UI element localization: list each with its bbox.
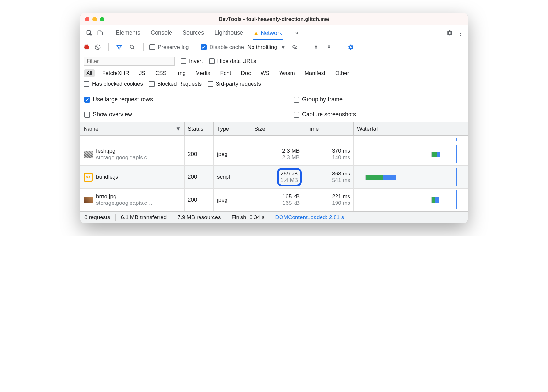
third-party-label: 3rd-party requests (216, 81, 261, 87)
filters-panel: Invert Hide data URLs AllFetch/XHRJSCSSI… (80, 54, 468, 92)
blocked-requests-label: Blocked Requests (157, 81, 202, 87)
large-rows-toggle[interactable]: Use large request rows (84, 96, 153, 103)
panel-tabs-row: Elements Console Sources Lighthouse ▲ Ne… (80, 25, 468, 40)
device-toolbar-icon[interactable] (95, 28, 105, 38)
filter-chip-js[interactable]: JS (136, 69, 148, 77)
image-thumbnail-icon (84, 151, 93, 158)
size-highlight: 269 kB1.4 MB (277, 168, 302, 186)
third-party-toggle[interactable]: 3rd-party requests (208, 81, 261, 87)
throttling-select[interactable]: No throttling ▼ (247, 44, 286, 50)
script-icon: <> (84, 173, 93, 182)
hide-data-urls-toggle[interactable]: Hide data URLs (209, 58, 256, 64)
col-name[interactable]: Name▼ (80, 122, 185, 135)
filter-chip-css[interactable]: CSS (153, 69, 169, 77)
filter-chip-fetchxhr[interactable]: Fetch/XHR (100, 69, 132, 77)
status-transferred: 6.1 MB transferred (121, 214, 167, 221)
show-overview-toggle[interactable]: Show overview (84, 111, 132, 118)
tab-elements[interactable]: Elements (115, 26, 141, 39)
filter-chip-media[interactable]: Media (193, 69, 213, 77)
filter-chip-ws[interactable]: WS (258, 69, 272, 77)
record-button[interactable] (84, 44, 89, 50)
row-name: bundle.js (96, 174, 118, 180)
throttling-value: No throttling (247, 44, 277, 50)
row-type: jpeg (217, 151, 248, 158)
has-blocked-label: Has blocked cookies (92, 81, 143, 87)
group-by-frame-label: Group by frame (302, 96, 343, 103)
hide-data-urls-label: Hide data URLs (217, 58, 256, 64)
tab-sources[interactable]: Sources (182, 26, 205, 39)
titlebar: DevTools - foul-heavenly-direction.glitc… (80, 13, 468, 25)
col-status[interactable]: Status (185, 122, 214, 135)
filter-input[interactable] (84, 57, 175, 66)
invert-toggle[interactable]: Invert (181, 58, 203, 64)
row-time: 370 ms140 ms (303, 143, 354, 165)
filter-chip-img[interactable]: Img (174, 69, 188, 77)
image-thumbnail-icon (84, 197, 93, 203)
row-type: script (217, 174, 248, 180)
chevron-down-icon: ▼ (281, 44, 286, 50)
tab-lighthouse[interactable]: Lighthouse (214, 26, 244, 39)
blocked-requests-toggle[interactable]: Blocked Requests (149, 81, 202, 87)
table-row[interactable]: <>bundle.js 200 script 269 kB1.4 MB 868 … (80, 166, 468, 189)
disable-cache-toggle[interactable]: Disable cache (201, 44, 244, 50)
col-size[interactable]: Size (251, 122, 303, 135)
table-header: Name▼ Status Type Size Time Waterfall (80, 122, 468, 136)
row-size: 2.3 MB2.3 MB (251, 143, 303, 165)
network-options: Use large request rows Group by frame Sh… (80, 92, 468, 122)
disable-cache-label: Disable cache (209, 44, 244, 50)
upload-har-icon[interactable] (311, 42, 321, 52)
status-resources: 7.9 MB resources (177, 214, 221, 221)
kebab-menu-icon[interactable]: ⋮ (456, 28, 466, 38)
network-conditions-icon[interactable] (289, 42, 299, 52)
svg-point-4 (130, 45, 133, 48)
table-row[interactable] (80, 136, 468, 143)
filter-chip-font[interactable]: Font (218, 69, 234, 77)
large-rows-label: Use large request rows (93, 96, 153, 103)
table-row[interactable]: brrto.jpgstorage.googleapis.c… 200 jpeg … (80, 189, 468, 211)
row-waterfall (354, 166, 468, 188)
minimize-window-button[interactable] (92, 17, 97, 21)
zoom-window-button[interactable] (100, 17, 104, 21)
filter-chip-other[interactable]: Other (333, 69, 352, 77)
filter-chip-all[interactable]: All (84, 69, 95, 77)
tab-console[interactable]: Console (150, 26, 173, 39)
has-blocked-cookies-toggle[interactable]: Has blocked cookies (84, 81, 143, 87)
filter-chip-doc[interactable]: Doc (239, 69, 253, 77)
row-domain: storage.googleapis.c… (96, 200, 153, 206)
row-waterfall (354, 189, 468, 211)
capture-screenshots-label: Capture screenshots (302, 111, 356, 118)
download-har-icon[interactable] (324, 42, 334, 52)
table-body: fesh.jpgstorage.googleapis.c… 200 jpeg 2… (80, 136, 468, 211)
more-tabs-icon[interactable]: » (292, 28, 302, 38)
status-dcl: DOMContentLoaded: 2.81 s (275, 214, 344, 221)
row-size: 269 kB1.4 MB (251, 166, 303, 188)
show-overview-label: Show overview (93, 111, 132, 118)
svg-rect-8 (327, 49, 331, 49)
settings-gear-icon[interactable] (445, 28, 455, 38)
svg-point-6 (295, 48, 296, 49)
filter-chip-wasm[interactable]: Wasm (277, 69, 297, 77)
search-icon[interactable] (128, 42, 137, 52)
clear-icon[interactable] (93, 42, 103, 52)
row-waterfall (354, 143, 468, 165)
filter-funnel-icon[interactable] (115, 42, 124, 52)
close-window-button[interactable] (85, 17, 89, 21)
network-toolbar: Preserve log Disable cache No throttling… (80, 40, 468, 54)
status-requests: 8 requests (84, 214, 110, 221)
network-settings-gear-icon[interactable] (346, 42, 356, 52)
group-by-frame-toggle[interactable]: Group by frame (294, 96, 343, 103)
filter-chip-manifest[interactable]: Manifest (302, 69, 328, 77)
inspect-element-icon[interactable] (84, 28, 94, 38)
row-name: brrto.jpg (96, 193, 153, 200)
capture-screenshots-toggle[interactable]: Capture screenshots (294, 111, 356, 118)
traffic-lights (85, 17, 104, 21)
col-time[interactable]: Time (303, 122, 354, 135)
row-time: 221 ms190 ms (303, 189, 354, 211)
preserve-log-toggle[interactable]: Preserve log (149, 44, 189, 50)
col-type[interactable]: Type (214, 122, 251, 135)
window-title: DevTools - foul-heavenly-direction.glitc… (80, 16, 468, 22)
tab-network[interactable]: ▲ Network (253, 26, 283, 40)
preserve-log-label: Preserve log (158, 44, 189, 50)
table-row[interactable]: fesh.jpgstorage.googleapis.c… 200 jpeg 2… (80, 143, 468, 166)
col-waterfall[interactable]: Waterfall (354, 122, 468, 135)
